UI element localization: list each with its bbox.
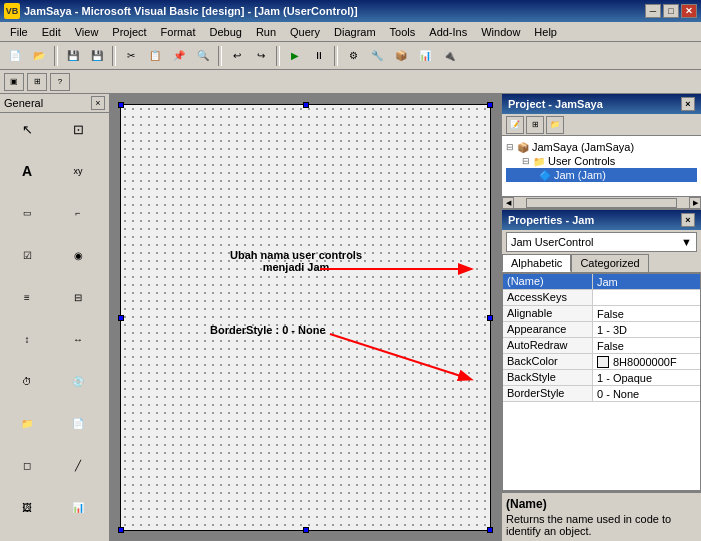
tool-shape[interactable]: ◻ (4, 454, 50, 478)
menu-query[interactable]: Query (284, 24, 326, 40)
scroll-left-btn[interactable]: ◀ (502, 197, 514, 209)
tool-file[interactable]: 📄 (55, 412, 101, 436)
toolbar-save[interactable]: 💾 (62, 45, 84, 67)
handle-br[interactable] (487, 527, 493, 533)
tool-hscroll[interactable]: ↕ (4, 327, 50, 351)
menu-addins[interactable]: Add-Ins (423, 24, 473, 40)
toolbar-undo[interactable]: ↩ (226, 45, 248, 67)
menu-file[interactable]: File (4, 24, 34, 40)
toolbar2-btn3[interactable]: ? (50, 73, 70, 91)
tool-option[interactable]: ◉ (55, 243, 101, 267)
properties-panel-title-label: Properties - Jam (508, 214, 594, 226)
properties-panel-title: Properties - Jam × (502, 210, 701, 230)
menu-edit[interactable]: Edit (36, 24, 67, 40)
prop-row-borderstyle[interactable]: BorderStyle 0 - None (503, 386, 700, 402)
handle-tc[interactable] (303, 102, 309, 108)
prop-row-appearance[interactable]: Appearance 1 - 3D (503, 322, 700, 338)
tool-combo[interactable]: ≡ (4, 285, 50, 309)
handle-bl[interactable] (118, 527, 124, 533)
toolbar-proj1[interactable]: ⚙ (342, 45, 364, 67)
menu-debug[interactable]: Debug (203, 24, 247, 40)
toolbar-paste[interactable]: 📌 (168, 45, 190, 67)
tree-usercontrols[interactable]: ⊟ 📁 User Controls (506, 154, 697, 168)
tab-alphabetic[interactable]: Alphabetic (502, 254, 571, 272)
tool-pointer[interactable]: ↖ (4, 117, 50, 141)
close-button[interactable]: ✕ (681, 4, 697, 18)
scroll-right-btn[interactable]: ▶ (689, 197, 701, 209)
toolbar-proj5[interactable]: 🔌 (438, 45, 460, 67)
toolbar-redo[interactable]: ↪ (250, 45, 272, 67)
handle-bc[interactable] (303, 527, 309, 533)
tree-uc-label: User Controls (548, 155, 615, 167)
design-surface[interactable] (120, 104, 491, 531)
project-view-object[interactable]: ⊞ (526, 116, 544, 134)
handle-mr[interactable] (487, 315, 493, 321)
project-close-button[interactable]: × (681, 97, 695, 111)
toolbar-pause[interactable]: ⏸ (308, 45, 330, 67)
menu-help[interactable]: Help (528, 24, 563, 40)
toolbar2-btn1[interactable]: ▣ (4, 73, 24, 91)
tool-timer[interactable]: ⏱ (4, 370, 50, 394)
tool-picture[interactable]: ⊡ (55, 117, 101, 141)
properties-close-button[interactable]: × (681, 213, 695, 227)
tool-dir[interactable]: 📁 (4, 412, 50, 436)
tool-label[interactable]: A (4, 159, 50, 183)
annotation-2: BorderStyle : 0 - None (210, 324, 326, 336)
prop-autoredraw-value: False (593, 338, 700, 353)
toolbar-copy[interactable]: 📋 (144, 45, 166, 67)
tool-frame[interactable]: ▭ (4, 201, 50, 225)
tool-textbox[interactable]: xy (55, 159, 101, 183)
toolbox-close-button[interactable]: × (91, 96, 105, 110)
scroll-track[interactable] (526, 198, 677, 208)
toolbar-run[interactable]: ▶ (284, 45, 306, 67)
tool-data[interactable]: 📊 (55, 496, 101, 520)
minimize-button[interactable]: ─ (645, 4, 661, 18)
menu-window[interactable]: Window (475, 24, 526, 40)
menu-diagram[interactable]: Diagram (328, 24, 382, 40)
toolbar2-btn2[interactable]: ⊞ (27, 73, 47, 91)
toolbar-sep3 (218, 46, 222, 66)
tool-image[interactable]: 🖼 (4, 496, 50, 520)
menu-project[interactable]: Project (106, 24, 152, 40)
tool-line[interactable]: ╱ (55, 454, 101, 478)
tree-root-expand[interactable]: ⊟ (506, 142, 514, 152)
toolbar-proj2[interactable]: 🔧 (366, 45, 388, 67)
tool-vscroll[interactable]: ↔ (55, 327, 101, 351)
menu-tools[interactable]: Tools (384, 24, 422, 40)
tree-uc-expand[interactable]: ⊟ (522, 156, 530, 166)
prop-row-backstyle[interactable]: BackStyle 1 - Opaque (503, 370, 700, 386)
tool-drive[interactable]: 💿 (55, 370, 101, 394)
toolbar-open[interactable]: 📂 (28, 45, 50, 67)
prop-row-accesskeys[interactable]: AccessKeys (503, 290, 700, 306)
toolbar-proj4[interactable]: 📊 (414, 45, 436, 67)
properties-object-dropdown[interactable]: Jam UserControl ▼ (506, 232, 697, 252)
toolbox-title-bar: General × (0, 94, 109, 113)
menu-format[interactable]: Format (155, 24, 202, 40)
project-view-code[interactable]: 📝 (506, 116, 524, 134)
tool-checkbox[interactable]: ☑ (4, 243, 50, 267)
project-panel-toolbar: 📝 ⊞ 📁 (502, 114, 701, 136)
prop-row-alignable[interactable]: Alignable False (503, 306, 700, 322)
prop-row-backcolor[interactable]: BackColor 8H8000000F (503, 354, 700, 370)
toolbar-save2[interactable]: 💾 (86, 45, 108, 67)
toolbar-proj3[interactable]: 📦 (390, 45, 412, 67)
menu-run[interactable]: Run (250, 24, 282, 40)
toolbar-cut[interactable]: ✂ (120, 45, 142, 67)
tree-jam[interactable]: 🔷 Jam (Jam) (506, 168, 697, 182)
prop-row-name[interactable]: (Name) Jam (503, 274, 700, 290)
handle-tr[interactable] (487, 102, 493, 108)
properties-grid: (Name) Jam AccessKeys Alignable False Ap… (502, 273, 701, 491)
toolbar-new[interactable]: 📄 (4, 45, 26, 67)
prop-borderstyle-value: 0 - None (593, 386, 700, 401)
toolbar-find[interactable]: 🔍 (192, 45, 214, 67)
restore-button[interactable]: □ (663, 4, 679, 18)
prop-row-autoredraw[interactable]: AutoRedraw False (503, 338, 700, 354)
project-toggle-folders[interactable]: 📁 (546, 116, 564, 134)
tool-cmd[interactable]: ⌐ (55, 201, 101, 225)
tree-root[interactable]: ⊟ 📦 JamSaya (JamSaya) (506, 140, 697, 154)
handle-tl[interactable] (118, 102, 124, 108)
tab-categorized[interactable]: Categorized (571, 254, 648, 272)
menu-view[interactable]: View (69, 24, 105, 40)
tool-list[interactable]: ⊟ (55, 285, 101, 309)
handle-ml[interactable] (118, 315, 124, 321)
